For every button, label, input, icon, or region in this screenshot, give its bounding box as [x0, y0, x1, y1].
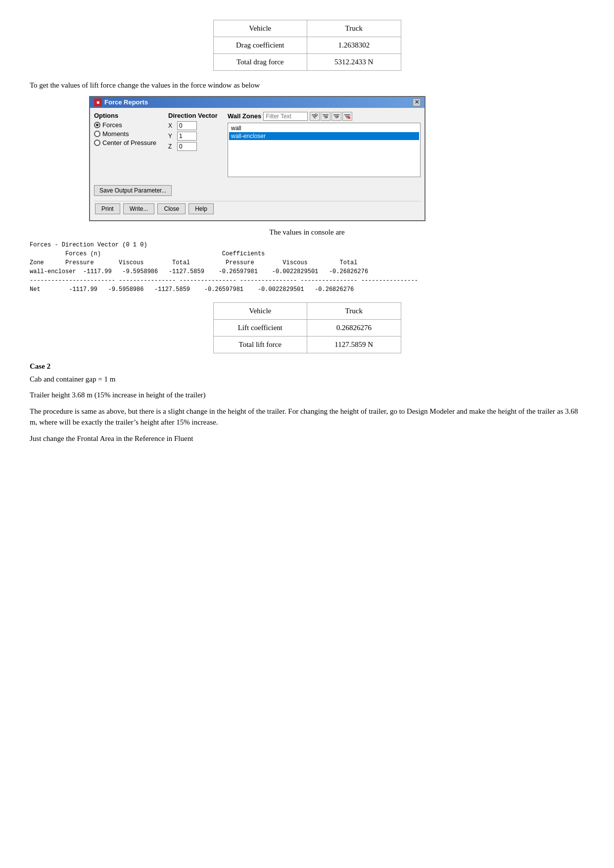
forces-radio-icon: [94, 122, 100, 128]
dialog-bottom-buttons: Print Write... Close Help: [94, 201, 421, 216]
filter-icon-2[interactable]: [321, 112, 331, 121]
filter-icon-1[interactable]: [310, 112, 320, 121]
console-output: Forces - Direction Vector (0 1 0) Forces…: [30, 241, 584, 294]
direction-vector-label: Direction Vector: [168, 112, 223, 119]
drag-vehicle-row: Vehicle Truck: [213, 20, 401, 37]
lift-coefficient-row: Lift coefficient 0.26826276: [213, 319, 401, 336]
drag-force-row: Total drag force 5312.2433 N: [213, 54, 401, 71]
drag-vehicle-label: Vehicle: [213, 20, 307, 37]
drag-coefficient-label: Drag coefficient: [213, 37, 307, 54]
wall-zones-header: Wall Zones: [228, 112, 421, 121]
center-pressure-label: Center of Pressure: [102, 139, 156, 146]
y-input[interactable]: [177, 132, 197, 141]
drag-force-value: 5312.2433 N: [307, 54, 401, 71]
case2-para2: Trailer height 3.68 m (15% increase in h…: [30, 389, 584, 401]
force-reports-dialog-wrapper: ■ Force Reports ✕ Options Forces Moments: [89, 96, 584, 221]
lift-vehicle-value: Truck: [307, 302, 401, 319]
filter-clear-icon[interactable]: [342, 112, 352, 121]
svg-point-3: [315, 114, 317, 116]
save-output-section: Save Output Parameter...: [94, 181, 421, 196]
z-axis-label: Z: [168, 143, 175, 150]
wall-zones-label: Wall Zones: [228, 112, 261, 120]
zone-wall-encloser[interactable]: wall-encloser: [229, 132, 419, 140]
forces-label: Forces: [102, 121, 122, 129]
lift-table: Vehicle Truck Lift coefficient 0.2682627…: [213, 302, 401, 353]
dialog-direction-panel: Direction Vector X Y Z: [168, 112, 223, 177]
drag-coefficient-value: 1.2638302: [307, 37, 401, 54]
lift-force-value: 1127.5859 N: [307, 336, 401, 353]
force-reports-dialog: ■ Force Reports ✕ Options Forces Moments: [89, 96, 425, 221]
zone-list[interactable]: wall wall-encloser: [228, 123, 421, 177]
filter-icon-3[interactable]: [331, 112, 341, 121]
filter-icons-group: [310, 112, 352, 121]
print-button[interactable]: Print: [95, 203, 120, 214]
drag-vehicle-value: Truck: [307, 20, 401, 37]
moments-radio-icon: [94, 131, 100, 137]
moments-radio-row[interactable]: Moments: [94, 130, 163, 138]
dialog-close-button[interactable]: ✕: [413, 98, 421, 106]
drag-force-label: Total drag force: [213, 54, 307, 71]
dialog-app-icon: ■: [94, 98, 102, 106]
moments-label: Moments: [102, 130, 129, 138]
case2-heading: Case 2: [30, 362, 584, 371]
dir-y-row: Y: [168, 132, 223, 141]
titlebar-left: ■ Force Reports: [94, 98, 148, 106]
zone-wall[interactable]: wall: [229, 124, 419, 132]
lift-vehicle-label: Vehicle: [213, 302, 307, 319]
dialog-options-panel: Options Forces Moments Center of Pressur…: [94, 112, 163, 177]
dialog-titlebar: ■ Force Reports ✕: [90, 97, 425, 108]
lift-force-label: Total lift force: [213, 336, 307, 353]
dialog-body: Options Forces Moments Center of Pressur…: [90, 108, 425, 220]
drag-coefficient-row: Drag coefficient 1.2638302: [213, 37, 401, 54]
center-pressure-radio-row[interactable]: Center of Pressure: [94, 139, 163, 146]
help-button[interactable]: Help: [189, 203, 214, 214]
write-button[interactable]: Write...: [123, 203, 155, 214]
lift-intro-text: To get the values of lift force change t…: [30, 80, 584, 91]
drag-table: Vehicle Truck Drag coefficient 1.2638302…: [213, 20, 401, 71]
lift-coefficient-value: 0.26826276: [307, 319, 401, 336]
x-input[interactable]: [177, 121, 197, 130]
filter-text-input[interactable]: [263, 112, 308, 121]
dir-x-row: X: [168, 121, 223, 130]
case2-para3: The procedure is same as above, but ther…: [30, 406, 584, 428]
dialog-top-row: Options Forces Moments Center of Pressur…: [94, 112, 421, 177]
y-axis-label: Y: [168, 133, 175, 140]
dir-z-row: Z: [168, 142, 223, 151]
case2-para1: Cab and container gap = 1 m: [30, 374, 584, 385]
lift-coefficient-label: Lift coefficient: [213, 319, 307, 336]
lift-force-row: Total lift force 1127.5859 N: [213, 336, 401, 353]
dialog-title: Force Reports: [104, 98, 148, 106]
z-input[interactable]: [177, 142, 197, 151]
center-radio-icon: [94, 140, 100, 146]
case2-para4: Just change the Frontal Area in the Refe…: [30, 433, 584, 444]
lift-vehicle-row: Vehicle Truck: [213, 302, 401, 319]
save-output-button[interactable]: Save Output Parameter...: [94, 185, 172, 196]
options-label: Options: [94, 112, 163, 119]
x-axis-label: X: [168, 122, 175, 129]
console-heading: The values in console are: [30, 228, 584, 237]
dialog-wall-zones-panel: Wall Zones: [228, 112, 421, 177]
forces-radio-row[interactable]: Forces: [94, 121, 163, 129]
close-button[interactable]: Close: [157, 203, 186, 214]
